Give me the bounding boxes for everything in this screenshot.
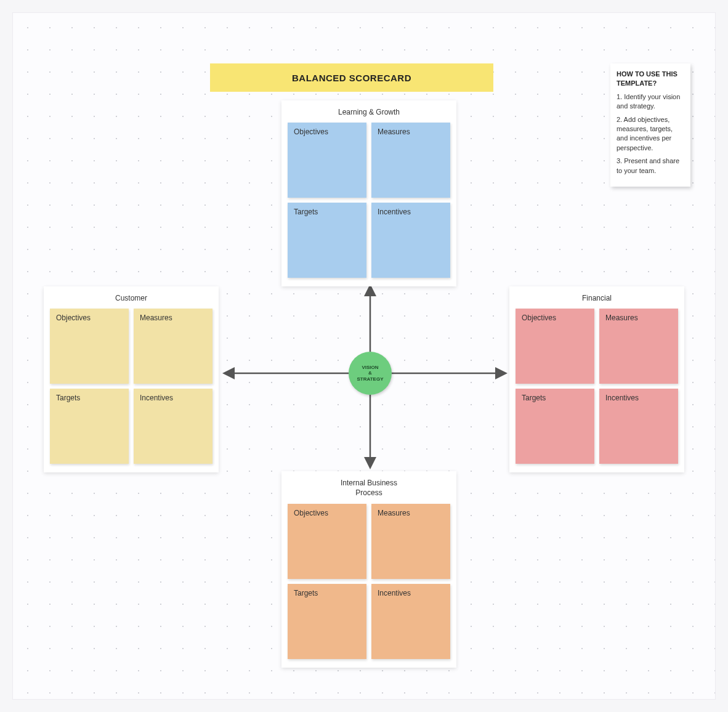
card-measures[interactable]: Measures bbox=[134, 309, 212, 384]
help-box[interactable]: HOW TO USE THIS TEMPLATE? 1. Identify yo… bbox=[610, 63, 690, 187]
card-label: Incentives bbox=[140, 394, 173, 402]
card-grid-left: Objectives Measures Targets Incentives bbox=[50, 309, 212, 464]
card-measures[interactable]: Measures bbox=[599, 309, 678, 384]
help-title: HOW TO USE THIS TEMPLATE? bbox=[617, 70, 684, 89]
card-label: Targets bbox=[522, 394, 546, 402]
card-objectives[interactable]: Objectives bbox=[50, 309, 129, 384]
card-label: Incentives bbox=[605, 394, 639, 402]
card-measures[interactable]: Measures bbox=[371, 123, 450, 198]
help-step-1: 1. Identify your vision and strategy. bbox=[617, 92, 684, 111]
panel-title-left: Customer bbox=[50, 294, 212, 302]
card-measures[interactable]: Measures bbox=[371, 504, 450, 579]
card-label: Measures bbox=[378, 509, 410, 517]
card-incentives[interactable]: Incentives bbox=[371, 203, 450, 278]
card-grid-bottom: Objectives Measures Targets Incentives bbox=[288, 504, 450, 659]
card-incentives[interactable]: Incentives bbox=[371, 584, 450, 659]
hub-line3: STRATEGY bbox=[357, 376, 384, 382]
hub-label: VISION & STRATEGY bbox=[357, 365, 384, 382]
card-incentives[interactable]: Incentives bbox=[599, 389, 678, 464]
hub-vision-strategy[interactable]: VISION & STRATEGY bbox=[349, 352, 392, 395]
card-incentives[interactable]: Incentives bbox=[134, 389, 212, 464]
card-objectives[interactable]: Objectives bbox=[288, 504, 366, 579]
perspective-internal-business-process[interactable]: Internal Business Process Objectives Mea… bbox=[281, 471, 456, 668]
title-text: BALANCED SCORECARD bbox=[292, 73, 411, 83]
card-label: Measures bbox=[140, 314, 172, 322]
title-banner[interactable]: BALANCED SCORECARD bbox=[210, 63, 493, 92]
card-label: Incentives bbox=[378, 208, 411, 216]
card-label: Objectives bbox=[56, 314, 91, 322]
hub-line2: & bbox=[368, 370, 372, 376]
card-label: Incentives bbox=[378, 589, 411, 597]
card-targets[interactable]: Targets bbox=[288, 203, 366, 278]
diagram-canvas[interactable]: BALANCED SCORECARD HOW TO USE THIS TEMPL… bbox=[12, 12, 716, 700]
card-objectives[interactable]: Objectives bbox=[288, 123, 366, 198]
panel-title-right: Financial bbox=[516, 294, 678, 302]
card-label: Objectives bbox=[522, 314, 556, 322]
perspective-learning-growth[interactable]: Learning & Growth Objectives Measures Ta… bbox=[281, 100, 456, 286]
title-line1: Internal Business bbox=[341, 479, 397, 487]
card-targets[interactable]: Targets bbox=[516, 389, 594, 464]
panel-title-top: Learning & Growth bbox=[288, 108, 450, 116]
perspective-financial[interactable]: Financial Objectives Measures Targets In… bbox=[509, 286, 684, 472]
card-label: Objectives bbox=[294, 127, 328, 136]
card-label: Targets bbox=[56, 394, 80, 402]
card-label: Targets bbox=[294, 589, 318, 597]
card-grid-top: Objectives Measures Targets Incentives bbox=[288, 123, 450, 278]
help-step-2: 2. Add objectives, measures, targets, an… bbox=[617, 115, 684, 153]
card-label: Objectives bbox=[294, 509, 328, 517]
card-label: Targets bbox=[294, 208, 318, 216]
card-grid-right: Objectives Measures Targets Incentives bbox=[516, 309, 678, 464]
perspective-customer[interactable]: Customer Objectives Measures Targets Inc… bbox=[44, 286, 219, 472]
help-step-3: 3. Present and share to your team. bbox=[617, 156, 684, 176]
card-label: Measures bbox=[378, 127, 410, 136]
hub-line1: VISION bbox=[362, 365, 378, 370]
card-targets[interactable]: Targets bbox=[50, 389, 129, 464]
card-label: Measures bbox=[605, 314, 638, 322]
panel-title-bottom: Internal Business Process bbox=[288, 479, 450, 498]
card-targets[interactable]: Targets bbox=[288, 584, 366, 659]
title-line2: Process bbox=[355, 488, 382, 497]
card-objectives[interactable]: Objectives bbox=[516, 309, 594, 384]
